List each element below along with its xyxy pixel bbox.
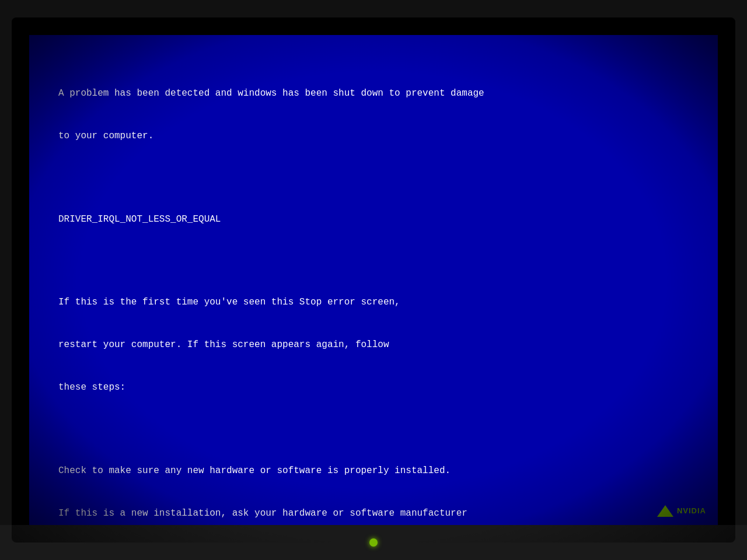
nvidia-text: NVIDIA bbox=[677, 505, 706, 517]
bsod-screen: A problem has been detected and windows … bbox=[29, 35, 718, 525]
bottom-bar bbox=[0, 525, 747, 560]
bsod-content: A problem has been detected and windows … bbox=[58, 58, 689, 525]
bsod-line-4: If this is the first time you've seen th… bbox=[58, 295, 689, 310]
bsod-line-1: A problem has been detected and windows … bbox=[58, 86, 689, 101]
monitor-bezel: A problem has been detected and windows … bbox=[12, 18, 735, 542]
bsod-line-6: these steps: bbox=[58, 380, 689, 395]
nvidia-logo: NVIDIA bbox=[657, 505, 706, 517]
bsod-line-2: to your computer. bbox=[58, 129, 689, 144]
bsod-line-5: restart your computer. If this screen ap… bbox=[58, 338, 689, 352]
bsod-line-7: Check to make sure any new hardware or s… bbox=[58, 464, 689, 478]
bsod-line-8: If this is a new installation, ask your … bbox=[58, 506, 689, 521]
power-indicator bbox=[369, 538, 378, 547]
nvidia-icon bbox=[657, 505, 673, 517]
bsod-line-3: DRIVER_IRQL_NOT_LESS_OR_EQUAL bbox=[58, 212, 689, 227]
